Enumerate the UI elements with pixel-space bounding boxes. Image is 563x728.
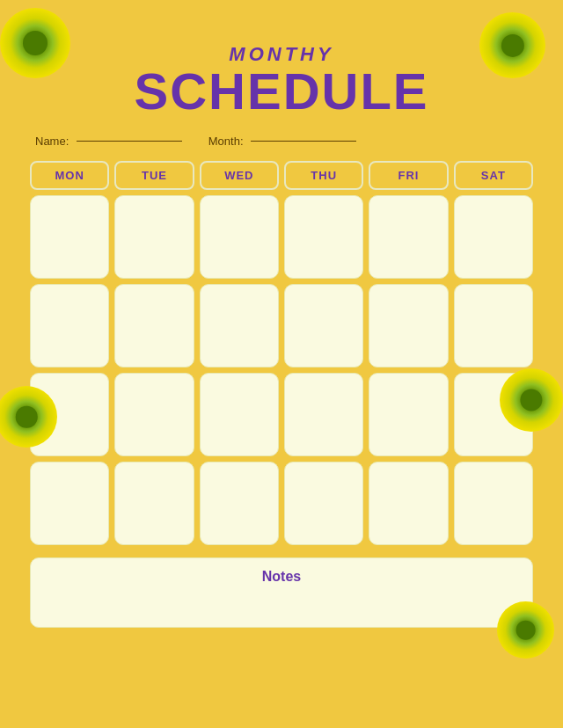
flower-decoration-tr: [479, 12, 545, 78]
table-row[interactable]: [200, 373, 279, 456]
table-row[interactable]: [114, 462, 194, 545]
name-label: Name:: [35, 135, 69, 148]
table-row[interactable]: [114, 284, 194, 368]
table-row[interactable]: [200, 462, 279, 545]
table-row[interactable]: [200, 195, 279, 279]
name-field: Name:: [35, 133, 182, 149]
notes-title: Notes: [41, 569, 522, 585]
day-header-sat: SAT: [454, 161, 533, 190]
table-row[interactable]: [30, 462, 109, 545]
table-row[interactable]: [454, 462, 533, 545]
table-row[interactable]: [369, 284, 448, 368]
day-header-thu: THU: [284, 161, 363, 190]
month-label: Month:: [208, 135, 244, 148]
table-row[interactable]: [454, 284, 533, 368]
name-line: [77, 141, 182, 142]
flower-decoration-br: [497, 601, 554, 659]
table-row[interactable]: [114, 195, 194, 279]
day-header-fri: FRI: [369, 161, 448, 190]
notes-section: Notes: [26, 557, 537, 628]
table-row[interactable]: [284, 462, 363, 545]
header-schedule: SCHEDULE: [134, 66, 428, 117]
day-header-wed: WED: [200, 161, 279, 190]
notes-box[interactable]: Notes: [30, 557, 533, 628]
table-row[interactable]: [284, 284, 363, 368]
table-row[interactable]: [30, 284, 109, 368]
day-header-tue: TUE: [114, 161, 194, 190]
table-row[interactable]: [200, 284, 279, 368]
table-row[interactable]: [114, 373, 194, 456]
day-header-mon: MON: [30, 161, 109, 190]
header: MONTHY SCHEDULE: [134, 43, 428, 117]
month-field: Month:: [208, 133, 356, 149]
flower-decoration-tl: [0, 8, 70, 78]
page: MONTHY SCHEDULE Name: Month: MON TUE WED…: [26, 17, 537, 711]
table-row[interactable]: [369, 373, 448, 456]
table-row[interactable]: [284, 195, 363, 279]
calendar-grid: MON TUE WED THU FRI SAT: [26, 161, 537, 545]
table-row[interactable]: [369, 462, 448, 545]
month-line: [251, 141, 356, 142]
table-row[interactable]: [30, 195, 109, 279]
table-row[interactable]: [369, 195, 448, 279]
flower-decoration-mr: [500, 368, 563, 432]
table-row[interactable]: [284, 373, 363, 456]
table-row[interactable]: [454, 195, 533, 279]
fields-row: Name: Month:: [26, 133, 537, 149]
